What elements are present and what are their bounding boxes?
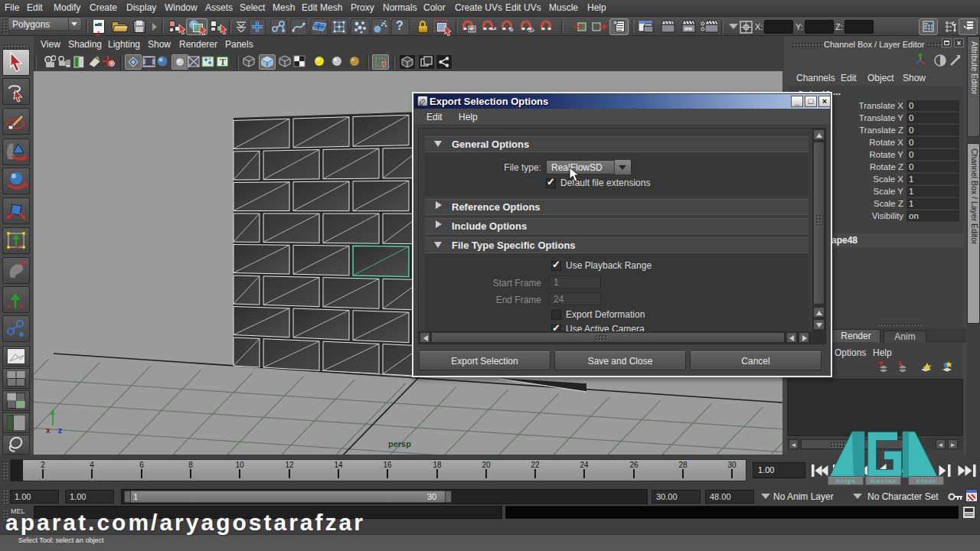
svg-text:x: x: [46, 426, 51, 435]
svg-text:T: T: [220, 57, 226, 67]
svg-text:z: z: [58, 426, 62, 435]
svg-text:IPR: IPR: [684, 27, 693, 31]
svg-text:persp: persp: [388, 439, 411, 448]
